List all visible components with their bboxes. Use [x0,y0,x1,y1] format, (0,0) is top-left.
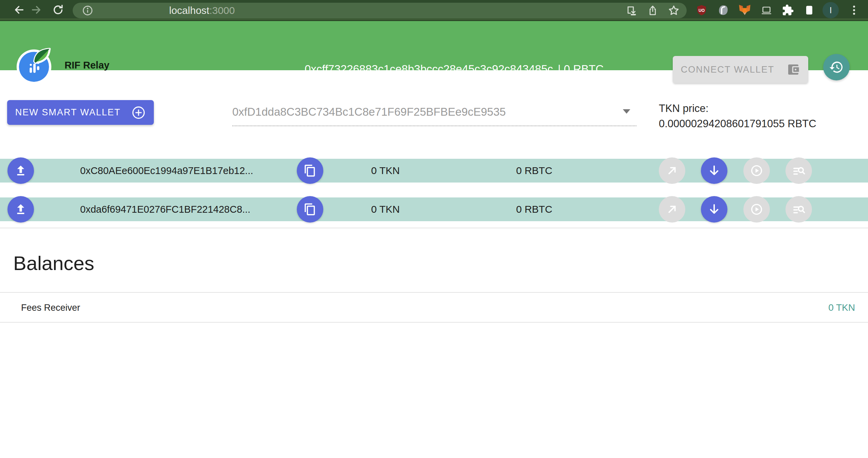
fees-receiver-label: Fees Receiver [21,293,80,323]
smart-wallet-row: 0xda6f69471E0276FC1BF221428C8... 0 TKN 0… [0,197,868,221]
play-circle-icon [750,164,763,177]
smart-wallet-select-value: 0xfD1dda8C3BC734Bc1C8e71F69F25BFBEe9cE95… [232,106,506,118]
account-summary: 0xcff73226883c1ce8b3bccc28e45c3c92c84348… [305,62,604,77]
extensions-puzzle-icon[interactable] [781,3,795,17]
upload-icon [14,164,28,177]
balances-title: Balances [13,250,94,277]
tkn-price-label: TKN price: [659,101,816,116]
copy-address-button[interactable] [297,157,323,184]
share-icon[interactable] [646,4,659,17]
arrow-down-icon [707,164,721,177]
account-balance: | 0 RBTC [558,63,603,76]
wallet-tkn-balance: 0 TKN [353,197,418,221]
execute-button[interactable] [743,196,770,223]
manage-search-icon [792,164,806,177]
downloads-icon[interactable] [625,4,638,17]
smart-wallet-select[interactable]: 0xfD1dda8C3BC734Bc1C8e71F69F25BFBEe9cE95… [232,98,636,126]
smart-wallet-address: 0xC80AEe600Ec1994a97E1B17eb12... [80,159,253,183]
arrow-up-right-icon [666,164,679,177]
menu-dots-icon[interactable] [847,3,861,17]
app-title: RIF Relay [65,60,109,71]
wallet-tkn-balance: 0 TKN [353,159,418,183]
new-smart-wallet-button[interactable]: NEW SMART WALLET [7,100,154,125]
account-address: 0xcff73226883c1ce8b3bccc28e45c3c92c84348… [305,63,553,76]
tkn-price: TKN price: 0.00000294208601791055 RBTC [659,101,816,131]
rif-logo-icon [15,46,55,86]
smart-wallet-address: 0xda6f69471E0276FC1BF221428C8... [80,197,250,221]
balances-row: Fees Receiver 0 TKN [0,292,868,323]
url-bar[interactable]: localhost:3000 [73,3,687,18]
copy-icon [304,203,317,216]
transfer-button[interactable] [659,157,685,184]
profile-initial: I [829,5,832,16]
metamask-icon[interactable] [738,3,752,17]
divider [0,228,868,228]
wallet-rbtc-balance: 0 RBTC [502,197,566,221]
new-smart-wallet-label: NEW SMART WALLET [15,107,121,118]
ublock-icon[interactable]: UO [695,3,708,17]
browser-toolbar: localhost:3000 UO [0,0,868,21]
url-host: localhost [169,5,209,16]
reload-icon[interactable] [52,4,64,16]
connect-wallet-button[interactable]: CONNECT WALLET [673,56,808,83]
receive-button[interactable] [701,196,727,223]
add-circle-icon [131,106,146,120]
site-info-icon[interactable] [81,4,94,17]
execute-button[interactable] [743,157,770,184]
chevron-down-icon [623,109,630,114]
wallet-icon [786,63,800,76]
url-text[interactable]: localhost:3000 [169,3,235,18]
extension-s-icon[interactable] [717,3,730,17]
ublock-badge: UO [699,8,705,13]
tkn-price-value: 0.00000294208601791055 RBTC [659,116,816,131]
upload-icon [14,203,28,216]
fees-receiver-value: 0 TKN [828,293,855,323]
manage-search-icon [792,203,806,216]
deploy-upload-button[interactable] [7,157,34,184]
forward-icon[interactable] [30,4,42,16]
bookmark-star-icon[interactable] [667,4,681,17]
side-panel-icon[interactable] [802,3,816,17]
refresh-button[interactable] [823,54,850,80]
transactions-search-button[interactable] [785,196,812,223]
url-port: :3000 [209,5,235,16]
smart-wallet-row: 0xC80AEe600Ec1994a97E1B17eb12... 0 TKN 0… [0,159,868,183]
copy-address-button[interactable] [297,196,323,223]
app-header: RIF Relay 0xcff73226883c1ce8b3bccc28e45c… [0,21,868,70]
receive-button[interactable] [701,157,727,184]
deploy-upload-button[interactable] [7,196,34,223]
profile-avatar[interactable]: I [822,2,839,18]
connect-wallet-label: CONNECT WALLET [681,64,775,75]
screen-share-icon[interactable] [760,3,773,17]
copy-icon [304,164,317,177]
wallet-rbtc-balance: 0 RBTC [502,159,566,183]
play-circle-icon [750,203,763,216]
screen: localhost:3000 UO [0,0,868,458]
transactions-search-button[interactable] [785,157,812,184]
back-icon[interactable] [13,4,25,16]
refresh-history-icon [829,60,844,75]
arrow-down-icon [707,203,721,216]
transfer-button[interactable] [659,196,685,223]
arrow-up-right-icon [666,203,679,216]
